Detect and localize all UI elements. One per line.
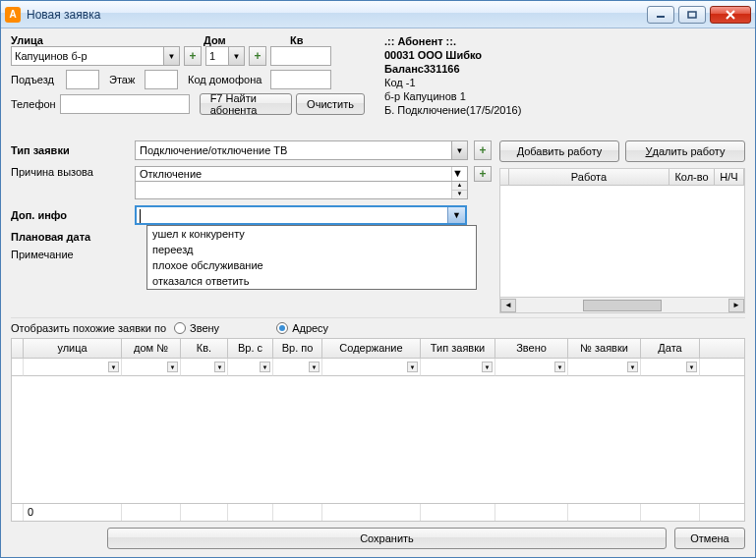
col-apt: Кв. [181, 339, 228, 359]
filter-cell[interactable]: ▼ [122, 359, 181, 376]
addinfo-combo[interactable]: ▼ [135, 205, 467, 225]
text-caret [140, 209, 141, 223]
total-count: 0 [24, 504, 122, 521]
titlebar: A Новая заявка [1, 1, 755, 28]
addinfo-option[interactable]: плохое обслуживание [147, 257, 476, 273]
work-col-nh: Н/Ч [715, 169, 744, 185]
phone-input[interactable] [60, 94, 190, 114]
svg-rect-1 [688, 12, 696, 18]
table-body [12, 376, 744, 503]
col-from: Вр. с [228, 339, 273, 359]
work-col-qty: Кол-во [669, 169, 715, 185]
subscriber-balance: Баланс331166 [384, 62, 745, 76]
note-label: Примечание [11, 249, 129, 260]
col-type: Тип заявки [421, 339, 495, 359]
filter-cell[interactable]: ▼ [495, 359, 568, 376]
doorcode-input[interactable] [270, 70, 331, 89]
addinfo-option[interactable]: переезд [147, 242, 476, 257]
subscriber-code: Код -1 [384, 76, 745, 89]
street-label: Улица [11, 34, 198, 46]
filter-row: Отобразить похожие заявки по Звену Адрес… [11, 317, 745, 338]
scroll-left-icon[interactable]: ◄ [500, 299, 516, 312]
street-add-button[interactable]: + [184, 46, 202, 66]
maximize-button[interactable] [678, 6, 706, 24]
entrance-input[interactable] [66, 70, 99, 89]
col-content: Содержание [322, 339, 421, 359]
scroll-down-icon[interactable]: ▼ [452, 190, 467, 198]
find-subscriber-button[interactable]: F7 Найти абонента [200, 93, 292, 115]
filter-cell[interactable]: ▼ [641, 359, 700, 376]
work-scrollbar[interactable]: ◄ ► [500, 297, 744, 312]
house-label: Дом [204, 34, 262, 46]
minimize-icon [656, 11, 666, 19]
col-link: Звено [495, 339, 568, 359]
address-form: Улица Дом Кв Капуцинов б-р ▼ + 1 ▼ + [11, 34, 365, 119]
col-house: дом № [122, 339, 181, 359]
house-combo[interactable]: 1 ▼ [205, 46, 245, 66]
subscriber-address: б-р Капуцинов 1 [384, 89, 745, 103]
col-street: улица [24, 339, 122, 359]
filter-cell[interactable]: ▼ [322, 359, 421, 376]
doorcode-label: Код домофона [188, 74, 266, 85]
filter-by-link-radio[interactable]: Звену [174, 322, 219, 334]
app-icon: A [5, 7, 21, 23]
filter-label: Отобразить похожие заявки по [11, 322, 166, 334]
filter-cell[interactable]: ▼ [568, 359, 641, 376]
addinfo-option[interactable]: ушел к конкуренту [147, 226, 476, 242]
window-title: Новая заявка [27, 8, 643, 22]
entrance-label: Подъезд [11, 74, 62, 85]
add-work-button[interactable]: Добавить работу [499, 140, 619, 162]
col-date: Дата [641, 339, 700, 359]
apt-label: Кв [290, 34, 339, 46]
content-area: Улица Дом Кв Капуцинов б-р ▼ + 1 ▼ + [1, 28, 755, 557]
reason-combo[interactable]: Отключение ▼ [135, 166, 468, 182]
type-add-button[interactable]: + [474, 140, 492, 160]
reason-label: Причина вызова [11, 166, 129, 178]
cancel-button[interactable]: Отмена [674, 528, 745, 549]
reason-add-button[interactable]: + [474, 166, 492, 182]
work-table: Работа Кол-во Н/Ч ◄ ► [499, 168, 745, 313]
maximize-icon [687, 11, 697, 19]
col-to: Вр. по [273, 339, 322, 359]
chevron-down-icon[interactable]: ▼ [228, 47, 244, 65]
save-button[interactable]: Сохранить [107, 528, 667, 549]
type-combo[interactable]: Подключение/отключение ТВ [135, 140, 452, 160]
chevron-down-icon[interactable]: ▼ [452, 140, 468, 160]
addinfo-dropdown[interactable]: ушел к конкуренту переезд плохое обслужи… [146, 225, 477, 290]
scroll-right-icon[interactable]: ► [728, 299, 744, 312]
addinfo-label: Доп. инфо [11, 209, 129, 221]
house-add-button[interactable]: + [249, 46, 266, 66]
col-num: № заявки [568, 339, 641, 359]
chevron-down-icon[interactable]: ▼ [163, 47, 179, 65]
chevron-down-icon[interactable]: ▼ [451, 167, 467, 181]
addinfo-option[interactable]: отказался ответить [147, 273, 476, 289]
filter-cell[interactable]: ▼ [228, 359, 273, 376]
scroll-up-icon[interactable]: ▲ [452, 182, 467, 190]
close-icon [725, 10, 736, 20]
subscriber-connection: Б. Подключение(17/5/2016) [384, 103, 745, 117]
plandate-label: Плановая дата [11, 231, 129, 243]
minimize-button[interactable] [647, 6, 674, 24]
phone-label: Телефон [11, 98, 56, 110]
filter-by-address-radio[interactable]: Адресу [276, 322, 328, 334]
type-label: Тип заявки [11, 144, 129, 156]
floor-label: Этаж [109, 74, 141, 85]
subscriber-name: 00031 ООО Шибко [384, 48, 745, 62]
street-combo[interactable]: Капуцинов б-р ▼ [11, 46, 180, 66]
floor-input[interactable] [145, 70, 178, 89]
filter-cell[interactable]: ▼ [24, 359, 122, 376]
filter-cell[interactable]: ▼ [181, 359, 228, 376]
close-button[interactable] [710, 6, 751, 24]
subscriber-panel: .:: Абонент ::. 00031 ООО Шибко Баланс33… [377, 34, 745, 119]
filter-cell[interactable]: ▼ [421, 359, 495, 376]
filter-cell[interactable]: ▼ [273, 359, 322, 376]
scrollbar-thumb[interactable] [583, 300, 662, 311]
app-window: A Новая заявка Улица Дом Кв Капуцинов б-… [0, 0, 756, 558]
work-col-work: Работа [509, 169, 669, 185]
svg-rect-0 [657, 16, 665, 18]
delete-work-button[interactable]: Удалить работу [625, 140, 745, 162]
apt-input[interactable] [270, 46, 331, 66]
similar-requests-table: улица дом № Кв. Вр. с Вр. по Содержание … [11, 338, 745, 522]
clear-button[interactable]: Очистить [296, 93, 365, 115]
chevron-down-icon[interactable]: ▼ [447, 207, 465, 223]
